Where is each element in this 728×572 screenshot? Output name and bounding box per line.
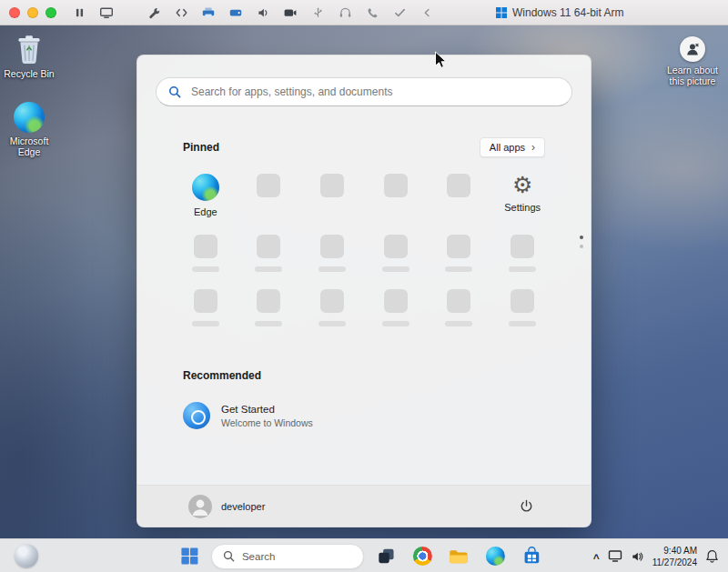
tray-overflow-chevron-icon[interactable]: ^: [593, 552, 600, 565]
snapshot-icon[interactable]: [98, 5, 115, 21]
pinned-placeholder-tile[interactable]: [428, 172, 491, 217]
desktop-icon-label: Recycle Bin: [4, 68, 54, 79]
edge-icon: [485, 547, 504, 566]
vm-window: Windows 11 64-bit Arm Recycle Bin Micros…: [0, 0, 728, 572]
start-menu: Pinned All apps › Edge ⚙ Settings: [136, 55, 592, 527]
microsoft-store-button[interactable]: [517, 543, 546, 570]
close-window-button[interactable]: [9, 7, 20, 18]
placeholder-app-icon: [384, 174, 408, 197]
user-profile-button[interactable]: developer: [188, 495, 265, 518]
widgets-icon[interactable]: [15, 544, 38, 567]
placeholder-label-bar: [318, 266, 346, 272]
system-tray: ^ 9:40 AM 11/27/2024: [593, 539, 719, 572]
taskbar-search-label: Search: [242, 551, 275, 562]
start-search-input[interactable]: [189, 85, 560, 99]
placeholder-app-icon: [257, 235, 280, 258]
placeholder-label-bar: [382, 321, 410, 326]
pinned-placeholder-tile[interactable]: [364, 172, 428, 217]
chevron-right-icon: ›: [531, 142, 535, 153]
placeholder-app-icon: [257, 289, 280, 313]
camera-icon[interactable]: [282, 5, 298, 21]
desktop-icon-learn-about-picture[interactable]: Learn about this picture: [663, 36, 722, 86]
placeholder-label-bar: [255, 266, 282, 272]
pinned-placeholder-tile[interactable]: [300, 233, 364, 272]
pinned-app-edge[interactable]: Edge: [174, 172, 238, 217]
page-dot-active[interactable]: [580, 236, 583, 239]
taskbar-center-group: Search: [175, 539, 546, 572]
placeholder-app-icon: [447, 235, 470, 258]
pinned-placeholder-tile[interactable]: [300, 172, 364, 217]
windows-taskbar: Search ^: [0, 538, 728, 572]
recommended-item-get-started[interactable]: Get Started Welcome to Windows: [179, 398, 549, 433]
placeholder-app-icon: [320, 235, 344, 258]
file-explorer-button[interactable]: [444, 543, 473, 570]
clock-time: 9:40 AM: [652, 545, 697, 557]
placeholder-label-bar: [192, 321, 219, 326]
network-button[interactable]: [608, 549, 622, 563]
pinned-app-settings[interactable]: ⚙ Settings: [490, 172, 554, 217]
placeholder-label-bar: [509, 266, 536, 272]
pinned-placeholder-tile[interactable]: [238, 172, 301, 217]
notifications-button[interactable]: [705, 549, 719, 564]
windows-desktop[interactable]: Recycle Bin Microsoft Edge Learn about t…: [0, 25, 728, 538]
pinned-placeholder-tile[interactable]: [238, 287, 301, 326]
sound-icon[interactable]: [255, 5, 271, 21]
placeholder-app-icon: [511, 235, 534, 258]
start-button[interactable]: [175, 543, 204, 570]
pinned-page-indicator[interactable]: [580, 236, 583, 248]
edge-button[interactable]: [480, 543, 510, 570]
pinned-placeholder-tile[interactable]: [490, 287, 554, 326]
placeholder-app-icon: [194, 235, 217, 258]
zoom-window-button[interactable]: [46, 7, 56, 18]
placeholder-app-icon: [511, 289, 534, 313]
pinned-placeholder-tile[interactable]: [174, 233, 238, 272]
network-icon: [608, 549, 622, 563]
pause-vm-icon[interactable]: [71, 5, 87, 21]
code-console-icon[interactable]: [173, 5, 189, 21]
windows-logo-icon: [496, 7, 507, 18]
window-title-text: Windows 11 64-bit Arm: [512, 6, 624, 19]
placeholder-label-bar: [445, 321, 472, 326]
pinned-placeholder-tile[interactable]: [364, 233, 428, 272]
copilot-browser-button[interactable]: [408, 543, 437, 570]
pinned-placeholder-tile[interactable]: [428, 233, 491, 272]
printer-icon[interactable]: [200, 5, 217, 21]
minimize-window-button[interactable]: [27, 7, 38, 18]
macos-titlebar: Windows 11 64-bit Arm: [0, 0, 728, 25]
volume-button[interactable]: [631, 550, 644, 563]
pinned-placeholder-tile[interactable]: [174, 287, 238, 326]
pinned-placeholder-tile[interactable]: [490, 233, 554, 272]
pinned-placeholder-tile[interactable]: [300, 287, 364, 326]
page-dot[interactable]: [580, 245, 583, 248]
usb-icon[interactable]: [309, 5, 326, 21]
pinned-placeholder-tile[interactable]: [238, 233, 301, 272]
tools-wrench-icon[interactable]: [146, 5, 162, 21]
desktop-icon-microsoft-edge[interactable]: Microsoft Edge: [0, 102, 58, 157]
taskbar-search-box[interactable]: Search: [211, 544, 364, 569]
headset-icon[interactable]: [337, 5, 353, 21]
recommended-item-subtitle: Welcome to Windows: [221, 417, 313, 428]
store-icon: [521, 547, 541, 566]
vm-toolbar: [71, 5, 435, 21]
power-button[interactable]: [512, 493, 540, 520]
recommended-section-header: Recommended: [183, 369, 261, 382]
desktop-icon-recycle-bin[interactable]: Recycle Bin: [0, 33, 58, 79]
placeholder-app-icon: [447, 174, 470, 197]
start-search-box[interactable]: [156, 77, 572, 106]
user-name-label: developer: [221, 501, 265, 512]
all-apps-button[interactable]: All apps ›: [480, 137, 545, 157]
taskbar-clock[interactable]: 9:40 AM 11/27/2024: [652, 545, 697, 568]
edge-icon: [14, 102, 45, 133]
pinned-placeholder-tile[interactable]: [428, 287, 491, 326]
edge-icon: [192, 174, 219, 201]
task-view-icon: [376, 547, 395, 566]
task-view-button[interactable]: [371, 543, 400, 570]
placeholder-label-bar: [192, 266, 219, 272]
back-chevron-icon[interactable]: [419, 5, 435, 21]
phone-icon[interactable]: [364, 5, 380, 21]
placeholder-label-bar: [445, 266, 472, 272]
pinned-placeholder-tile[interactable]: [364, 287, 428, 326]
check-sync-icon[interactable]: [391, 5, 408, 21]
search-icon: [168, 85, 181, 98]
disk-drive-icon[interactable]: [228, 5, 244, 21]
